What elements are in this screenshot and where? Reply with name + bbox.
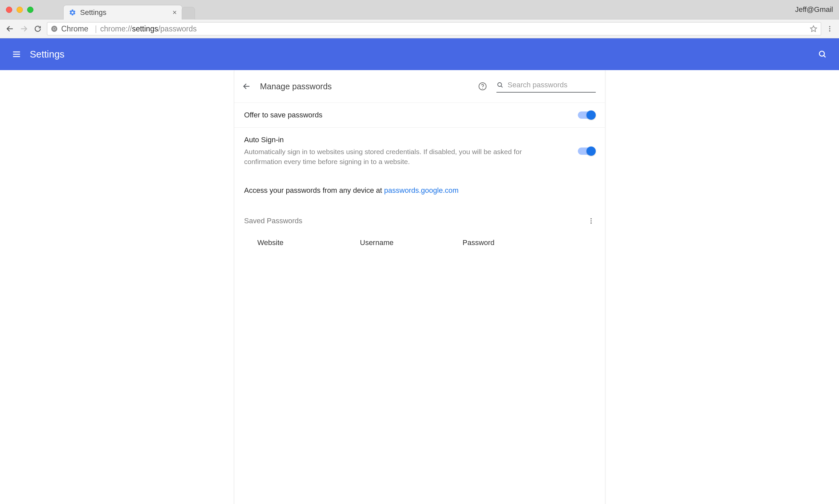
svg-point-2 — [53, 28, 55, 30]
col-website: Website — [258, 238, 360, 247]
content-area: Manage passwords Offer to save passwords… — [0, 70, 839, 504]
svg-point-12 — [591, 222, 592, 223]
saved-passwords-title: Saved Passwords — [244, 217, 302, 225]
auto-signin-description: Automatically sign in to websites using … — [244, 147, 529, 167]
back-button[interactable] — [5, 24, 15, 33]
search-icon[interactable] — [818, 50, 827, 59]
svg-point-9 — [497, 83, 502, 87]
col-username: Username — [360, 238, 463, 247]
bookmark-star-icon[interactable] — [809, 25, 818, 33]
forward-button[interactable] — [19, 24, 29, 33]
password-search-field[interactable] — [496, 80, 596, 93]
col-password: Password — [463, 238, 595, 247]
address-separator: | — [95, 24, 97, 33]
password-search-input[interactable] — [508, 81, 599, 89]
svg-point-4 — [829, 28, 831, 30]
gear-icon — [69, 9, 76, 16]
offer-save-label: Offer to save passwords — [244, 111, 323, 120]
tab-title: Settings — [80, 8, 169, 17]
settings-title: Settings — [30, 49, 65, 60]
browser-tab[interactable]: Settings × — [63, 5, 182, 19]
passwords-google-link[interactable]: passwords.google.com — [384, 186, 459, 195]
svg-point-8 — [482, 88, 483, 89]
window-minimize-button[interactable] — [17, 6, 23, 13]
address-suffix: /passwords — [158, 24, 197, 33]
saved-passwords-table-header: Website Username Password — [234, 231, 605, 257]
address-bar[interactable]: Chrome | chrome:// settings /passwords — [47, 22, 821, 35]
auto-signin-label: Auto Sign-in — [244, 136, 529, 144]
saved-passwords-heading: Saved Passwords — [234, 198, 605, 231]
window-zoom-button[interactable] — [27, 6, 33, 13]
new-tab-button[interactable] — [182, 7, 195, 19]
tabstrip: Settings × — [63, 0, 795, 19]
tab-close-button[interactable]: × — [172, 8, 177, 17]
help-icon[interactable] — [478, 82, 487, 91]
settings-card: Manage passwords Offer to save passwords… — [234, 70, 605, 504]
browser-menu-button[interactable] — [826, 25, 834, 32]
card-back-button[interactable] — [242, 82, 251, 91]
browser-toolbar: Chrome | chrome:// settings /passwords — [0, 19, 839, 38]
window-chrome: Settings × Jeff@Gmail — [0, 0, 839, 19]
card-header: Manage passwords — [234, 70, 605, 103]
page-title: Manage passwords — [260, 82, 332, 91]
settings-header: Settings — [0, 38, 839, 70]
window-close-button[interactable] — [6, 6, 12, 13]
address-scheme-label: Chrome — [61, 24, 88, 33]
svg-point-5 — [829, 31, 831, 32]
svg-point-11 — [591, 220, 592, 221]
svg-point-10 — [591, 218, 592, 220]
menu-icon[interactable] — [12, 50, 21, 59]
offer-save-toggle[interactable] — [578, 111, 595, 119]
row-offer-save: Offer to save passwords — [234, 103, 605, 127]
svg-point-6 — [820, 51, 824, 56]
address-bold: settings — [132, 24, 158, 33]
chrome-icon — [51, 25, 58, 32]
reload-button[interactable] — [33, 24, 42, 33]
row-auto-signin: Auto Sign-in Automatically sign in to we… — [234, 127, 605, 175]
search-icon — [496, 82, 504, 89]
address-text: Chrome | chrome:// settings /passwords — [61, 24, 197, 33]
address-prefix: chrome:// — [100, 24, 132, 33]
access-passwords-row: Access your passwords from any device at… — [234, 175, 605, 198]
traffic-lights — [6, 6, 33, 13]
profile-name[interactable]: Jeff@Gmail — [795, 5, 833, 14]
svg-point-3 — [829, 26, 831, 28]
access-passwords-text: Access your passwords from any device at — [244, 186, 384, 195]
auto-signin-toggle[interactable] — [578, 147, 595, 155]
saved-passwords-more-button[interactable] — [587, 217, 595, 224]
